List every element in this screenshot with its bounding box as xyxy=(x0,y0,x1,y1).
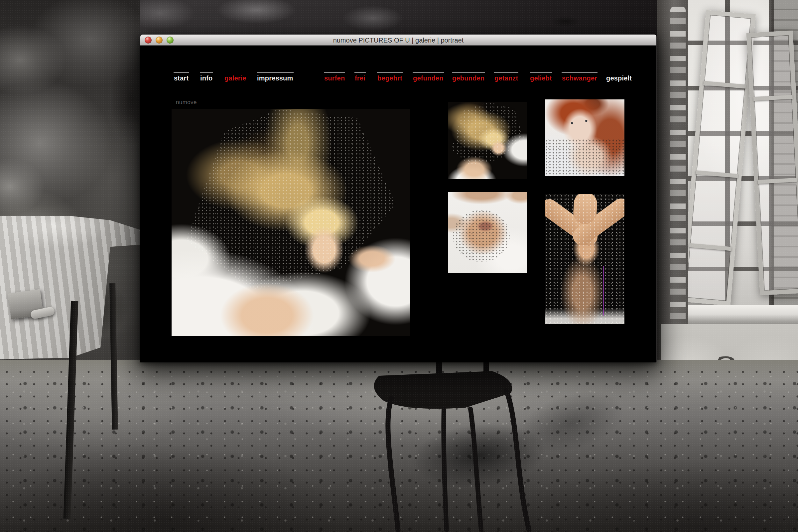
nav-link-getanzt[interactable]: getanzt xyxy=(494,72,518,82)
nav-link-info[interactable]: info xyxy=(200,72,213,82)
thumbnail-blonde-foam[interactable] xyxy=(448,102,527,179)
nav-link-gefunden[interactable]: gefunden xyxy=(413,72,444,82)
bead-speckle-layer xyxy=(448,102,527,179)
nav-link-frei[interactable]: frei xyxy=(355,72,366,82)
abandoned-room-scene: 3 5 numove PICTURES OF U | galerie | por… xyxy=(0,0,798,532)
nav-link-impressum[interactable]: impressum xyxy=(257,72,293,82)
bead-ring-layer xyxy=(448,192,527,273)
bead-speckle-layer xyxy=(172,109,410,336)
window-title: numove PICTURES OF U | galerie | portrae… xyxy=(140,37,657,44)
nav-link-gebunden[interactable]: gebunden xyxy=(452,72,485,82)
window-titlebar[interactable]: numove PICTURES OF U | galerie | portrae… xyxy=(140,35,657,45)
foam-speckle-layer xyxy=(545,139,624,176)
thumbnail-upside-down-face[interactable] xyxy=(448,192,527,273)
nav-link-surfen[interactable]: surfen xyxy=(324,72,345,82)
brand-label: numove xyxy=(176,99,197,106)
thumbnail-redhead-portrait[interactable] xyxy=(545,99,624,176)
nav-link-schwanger[interactable]: schwanger xyxy=(562,72,597,82)
nav-link-gespielt[interactable]: gespielt xyxy=(606,72,632,82)
nav-link-geliebt[interactable]: geliebt xyxy=(530,72,552,82)
main-photo-blonde-in-foam[interactable] xyxy=(172,109,410,336)
bead-speckle-layer xyxy=(545,194,624,324)
nav-link-begehrt[interactable]: begehrt xyxy=(377,72,403,82)
webpage-content: startinfogalerieimpressum surfenfreibege… xyxy=(140,46,657,362)
nav-link-galerie[interactable]: galerie xyxy=(224,72,247,82)
thumbnail-hands-clasped-beads[interactable] xyxy=(545,194,624,324)
browser-window: numove PICTURES OF U | galerie | portrae… xyxy=(140,34,657,362)
nav-link-start[interactable]: start xyxy=(174,72,189,82)
